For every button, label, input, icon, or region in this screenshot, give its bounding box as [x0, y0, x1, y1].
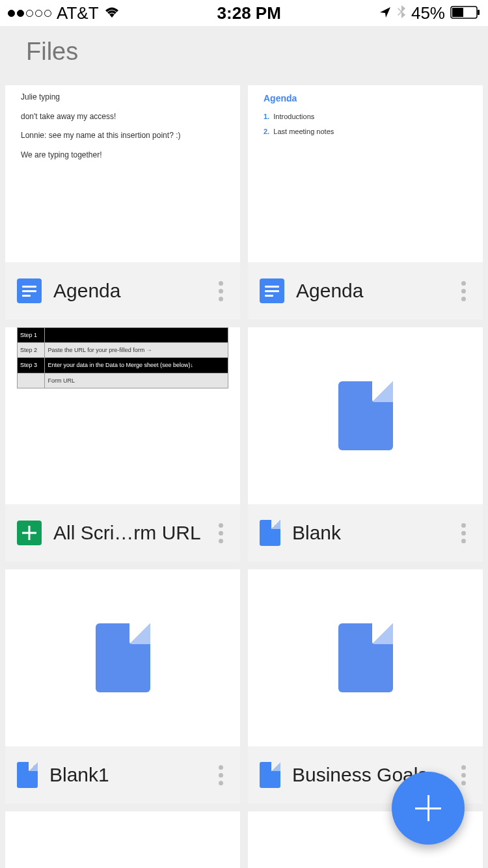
file-card[interactable]: Step 1Step 2Paste the URL for your pre-f…	[5, 327, 240, 562]
file-title: Agenda	[53, 280, 202, 302]
file-thumbnail	[248, 327, 483, 504]
file-title: Agenda	[296, 280, 444, 302]
status-time: 3:28 PM	[217, 3, 281, 23]
file-thumbnail	[5, 569, 240, 746]
file-card[interactable]: Blank	[248, 327, 483, 562]
file-icon	[260, 520, 280, 546]
status-right: 45%	[379, 3, 480, 23]
more-options-button[interactable]	[213, 518, 228, 549]
file-title: All Scri…rm URL	[53, 522, 202, 544]
file-card[interactable]: Business Goals	[248, 569, 483, 804]
doc-icon	[260, 278, 284, 303]
file-thumbnail	[5, 811, 240, 868]
files-grid: Julie typingdon't take away my access!Lo…	[0, 85, 488, 868]
file-card-footer: All Scri…rm URL	[5, 504, 240, 562]
more-options-button[interactable]	[456, 276, 471, 306]
file-icon	[260, 762, 280, 788]
page-title: Files	[26, 38, 78, 65]
wifi-icon	[104, 3, 120, 23]
svg-rect-2	[478, 10, 480, 15]
file-icon	[338, 623, 393, 692]
file-card[interactable]: Agenda1. Introductions2. Last meeting no…	[248, 85, 483, 319]
file-title: Blank1	[49, 764, 202, 786]
sheet-icon	[17, 521, 42, 545]
more-options-button[interactable]	[456, 518, 471, 549]
signal-dots	[8, 10, 51, 17]
more-options-button[interactable]	[456, 760, 471, 791]
page-header: Files	[0, 26, 488, 85]
more-options-button[interactable]	[213, 276, 228, 306]
status-left: AT&T	[8, 3, 120, 23]
file-thumbnail: Julie typingdon't take away my access!Lo…	[5, 85, 240, 262]
file-card-footer: Blank1	[5, 746, 240, 804]
file-card-footer: Agenda	[248, 262, 483, 319]
file-thumbnail	[248, 569, 483, 746]
create-fab-button[interactable]	[392, 772, 465, 845]
file-icon	[338, 381, 393, 450]
svg-rect-1	[452, 8, 463, 17]
more-options-button[interactable]	[213, 760, 228, 791]
carrier-label: AT&T	[57, 3, 99, 23]
battery-percent: 45%	[411, 3, 445, 23]
file-card-footer: Agenda	[5, 262, 240, 319]
status-bar: AT&T 3:28 PM 45%	[0, 0, 488, 26]
file-card[interactable]: Blank1	[5, 569, 240, 804]
location-icon	[379, 3, 392, 23]
file-icon	[17, 762, 38, 788]
file-card-footer: Blank	[248, 504, 483, 562]
file-thumbnail: Step 1Step 2Paste the URL for your pre-f…	[5, 327, 240, 504]
file-thumbnail: Agenda1. Introductions2. Last meeting no…	[248, 85, 483, 262]
file-title: Blank	[292, 522, 444, 544]
file-card[interactable]	[5, 811, 240, 868]
bluetooth-icon	[397, 3, 406, 23]
file-card[interactable]: Julie typingdon't take away my access!Lo…	[5, 85, 240, 319]
doc-icon	[17, 278, 42, 303]
battery-icon	[450, 3, 480, 23]
file-icon	[96, 623, 150, 692]
